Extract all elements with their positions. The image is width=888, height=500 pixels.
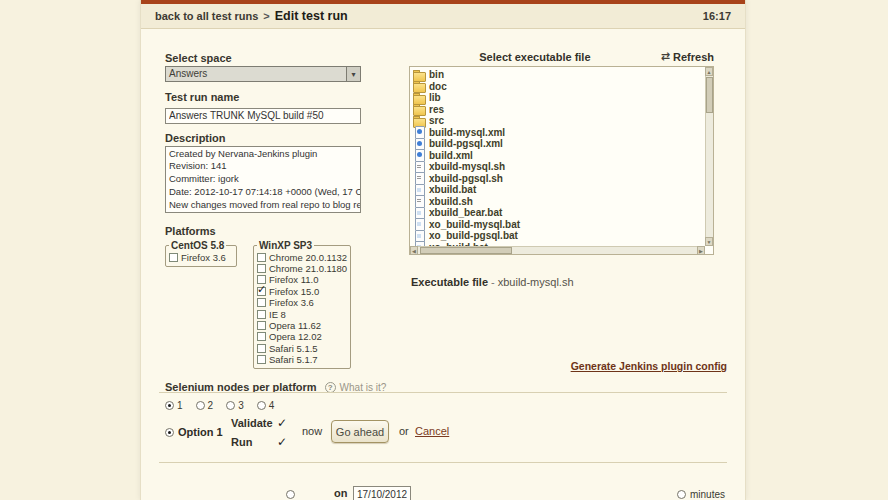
vertical-scroll-thumb[interactable] (706, 77, 713, 113)
tree-item[interactable]: res (413, 104, 705, 116)
minutes-option[interactable]: minutes (677, 489, 725, 500)
platform-option[interactable]: Safari 5.1.7 (257, 354, 347, 365)
selenium-nodes-options: 1 2 3 4 (165, 400, 410, 411)
checkmark-icon: ✓ (277, 416, 287, 430)
platform-option-label: Opera 11.62 (269, 320, 321, 331)
validate-row: Validate ✓ (231, 413, 287, 432)
description-label: Description (165, 132, 410, 144)
tree-item[interactable]: build-pgsql.xml (413, 138, 705, 150)
file-icon (413, 218, 426, 230)
file-icon (413, 138, 426, 150)
file-icon (413, 184, 426, 196)
platform-option[interactable]: Opera 12.02 (257, 331, 347, 342)
checkbox[interactable] (169, 253, 178, 262)
tree-item[interactable]: build.xml (413, 150, 705, 162)
checkbox[interactable] (257, 332, 266, 341)
executable-file-line: Executable file-xbuild-mysql.sh (409, 276, 714, 288)
form-left-column: Select space Answers ▾ Test run name Des… (165, 52, 410, 411)
minutes-label: minutes (690, 489, 725, 500)
file-icon (413, 161, 426, 173)
select-space-label: Select space (165, 52, 410, 64)
file-name: xo_build-pgsql.bat (429, 230, 518, 241)
tree-item[interactable]: xbuild.sh (413, 196, 705, 208)
scroll-left-icon[interactable]: ◀ (410, 246, 418, 255)
tree-item[interactable]: xo_build-pgsql.bat (413, 230, 705, 242)
platform-option[interactable]: Safari 5.1.5 (257, 343, 347, 354)
platform-option[interactable]: Chrome 20.0.1132 (257, 252, 347, 263)
radio-button[interactable] (257, 401, 266, 410)
platform-option[interactable]: Firefox 3.6 (257, 297, 347, 308)
platform-option-label: IE 8 (269, 309, 286, 320)
platform-option[interactable]: Chrome 21.0.1180 (257, 263, 347, 274)
checkbox[interactable] (257, 321, 266, 330)
select-executable-title: Select executable file (409, 51, 661, 63)
file-icon (413, 103, 426, 115)
divider (159, 462, 727, 463)
radio-label: 2 (208, 400, 214, 411)
file-name: xbuild.sh (429, 196, 473, 207)
platform-option[interactable]: IE 8 (257, 308, 347, 319)
checkbox[interactable] (257, 310, 266, 319)
date-input[interactable] (353, 486, 411, 500)
test-run-name-input[interactable] (165, 108, 361, 124)
platform-option[interactable]: Firefox 15.0 (257, 286, 347, 297)
scroll-down-icon[interactable]: ▼ (705, 237, 713, 246)
option-1-radio[interactable] (165, 428, 174, 437)
vertical-scrollbar[interactable]: ▲ ▼ (705, 67, 713, 246)
minutes-radio[interactable] (677, 490, 686, 499)
platform-option-label: Opera 12.02 (269, 331, 322, 342)
selenium-node-option[interactable]: 4 (257, 400, 275, 411)
file-icon (413, 195, 426, 207)
refresh-button[interactable]: ⇄ Refresh (661, 50, 714, 63)
tree-item[interactable]: xbuild-mysql.sh (413, 161, 705, 173)
selenium-node-option[interactable]: 3 (226, 400, 244, 411)
tree-item[interactable]: doc (413, 81, 705, 93)
file-name: bin (429, 69, 444, 80)
tree-item[interactable]: xbuild.bat (413, 184, 705, 196)
tree-item[interactable]: xbuild-pgsql.sh (413, 173, 705, 185)
checkmark-icon: ✓ (277, 435, 287, 449)
checkbox[interactable] (257, 287, 266, 296)
selenium-node-option[interactable]: 1 (165, 400, 183, 411)
radio-button[interactable] (165, 401, 174, 410)
selenium-node-option[interactable]: 2 (196, 400, 214, 411)
radio-button[interactable] (226, 401, 235, 410)
checkbox[interactable] (257, 298, 266, 307)
platform-group-name: CentOS 5.8 (169, 240, 226, 251)
go-ahead-button[interactable]: Go ahead (331, 420, 389, 443)
test-run-name-label: Test run name (165, 91, 410, 103)
tree-item[interactable]: xbuild_bear.bat (413, 207, 705, 219)
radio-button[interactable] (196, 401, 205, 410)
tree-item[interactable]: lib (413, 92, 705, 104)
option-1-radio-wrap[interactable]: Option 1 (165, 426, 223, 438)
checkbox[interactable] (257, 253, 266, 262)
checkbox[interactable] (257, 264, 266, 273)
tree-item[interactable]: build-mysql.xml (413, 127, 705, 139)
tree-item[interactable]: src (413, 115, 705, 127)
platform-option[interactable]: Opera 11.62 (257, 320, 347, 331)
generate-jenkins-config-link[interactable]: Generate Jenkins plugin config (571, 360, 727, 372)
checkbox[interactable] (257, 355, 266, 364)
platform-option[interactable]: Firefox 11.0 (257, 274, 347, 285)
cancel-link[interactable]: Cancel (415, 425, 449, 437)
validate-label: Validate (231, 417, 273, 429)
platform-option[interactable]: Firefox 3.6 (169, 252, 233, 263)
page-title: Edit test run (275, 9, 348, 23)
space-select[interactable]: Answers ▾ (165, 66, 361, 82)
tree-item[interactable]: xo_build-mysql.bat (413, 219, 705, 231)
back-link[interactable]: back to all test runs (155, 10, 258, 22)
file-name: res (429, 104, 444, 115)
horizontal-scrollbar[interactable]: ◀ ▶ (410, 246, 705, 254)
horizontal-scroll-thumb[interactable] (420, 247, 512, 254)
option-2-radio[interactable] (286, 490, 295, 499)
scroll-up-icon[interactable]: ▲ (705, 67, 713, 76)
checkbox[interactable] (257, 344, 266, 353)
tree-item[interactable]: bin (413, 69, 705, 81)
divider (159, 392, 727, 393)
platforms-row: CentOS 5.8 Firefox 3.6 WinXP SP3 (165, 240, 410, 370)
description-textarea[interactable]: Created by Nervana-Jenkins plugin Revisi… (165, 146, 361, 213)
scroll-right-icon[interactable]: ▶ (697, 246, 705, 255)
platform-options-list: Chrome 20.0.1132 Chrome 21.0.1180 Firefo… (257, 252, 347, 366)
file-tree: bin doc lib res (409, 66, 714, 255)
platform-group-name: WinXP SP3 (257, 240, 314, 251)
